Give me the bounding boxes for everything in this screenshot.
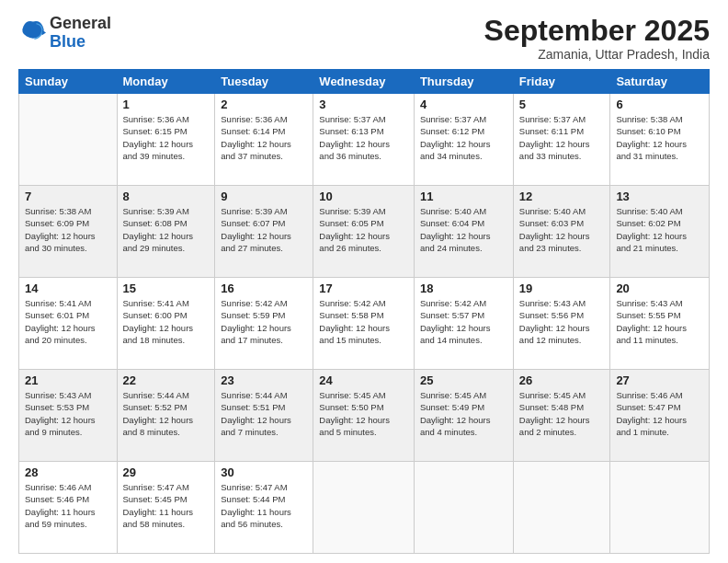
day-info: Sunrise: 5:37 AM Sunset: 6:13 PM Dayligh… bbox=[319, 113, 408, 162]
day-info: Sunrise: 5:36 AM Sunset: 6:15 PM Dayligh… bbox=[123, 113, 210, 162]
day-number: 6 bbox=[616, 98, 703, 111]
day-number: 18 bbox=[420, 282, 507, 295]
day-number: 25 bbox=[420, 373, 507, 387]
day-number: 7 bbox=[25, 190, 111, 203]
day-info: Sunrise: 5:42 AM Sunset: 5:59 PM Dayligh… bbox=[221, 297, 307, 346]
day-info: Sunrise: 5:36 AM Sunset: 6:14 PM Dayligh… bbox=[221, 113, 307, 162]
table-row: 30Sunrise: 5:47 AM Sunset: 5:44 PM Dayli… bbox=[215, 462, 313, 554]
day-number: 15 bbox=[123, 282, 210, 295]
day-info: Sunrise: 5:43 AM Sunset: 5:53 PM Dayligh… bbox=[25, 389, 111, 438]
table-row: 10Sunrise: 5:39 AM Sunset: 6:05 PM Dayli… bbox=[313, 186, 415, 278]
day-number: 28 bbox=[25, 465, 111, 479]
day-number: 12 bbox=[519, 190, 605, 203]
day-number: 29 bbox=[123, 465, 210, 479]
day-info: Sunrise: 5:39 AM Sunset: 6:05 PM Dayligh… bbox=[319, 205, 408, 254]
table-row: 16Sunrise: 5:42 AM Sunset: 5:59 PM Dayli… bbox=[215, 278, 313, 370]
day-info: Sunrise: 5:47 AM Sunset: 5:44 PM Dayligh… bbox=[221, 481, 307, 530]
logo: General Blue bbox=[18, 15, 111, 52]
day-number: 23 bbox=[221, 373, 307, 387]
table-row bbox=[513, 462, 610, 554]
day-info: Sunrise: 5:41 AM Sunset: 6:00 PM Dayligh… bbox=[123, 297, 210, 346]
table-row: 26Sunrise: 5:45 AM Sunset: 5:48 PM Dayli… bbox=[513, 370, 610, 462]
table-row: 7Sunrise: 5:38 AM Sunset: 6:09 PM Daylig… bbox=[19, 186, 118, 278]
day-info: Sunrise: 5:40 AM Sunset: 6:04 PM Dayligh… bbox=[420, 205, 507, 254]
day-info: Sunrise: 5:44 AM Sunset: 5:51 PM Dayligh… bbox=[221, 389, 307, 438]
table-row bbox=[414, 462, 513, 554]
table-row: 6Sunrise: 5:38 AM Sunset: 6:10 PM Daylig… bbox=[610, 94, 710, 186]
calendar-week-row: 7Sunrise: 5:38 AM Sunset: 6:09 PM Daylig… bbox=[19, 186, 710, 278]
table-row bbox=[19, 94, 118, 186]
title-section: September 2025 Zamania, Uttar Pradesh, I… bbox=[484, 15, 710, 62]
day-info: Sunrise: 5:42 AM Sunset: 5:58 PM Dayligh… bbox=[319, 297, 408, 346]
day-number: 24 bbox=[319, 373, 408, 387]
calendar-header-row: Sunday Monday Tuesday Wednesday Thursday… bbox=[19, 70, 710, 94]
day-number: 19 bbox=[519, 282, 605, 295]
table-row: 27Sunrise: 5:46 AM Sunset: 5:47 PM Dayli… bbox=[610, 370, 710, 462]
day-number: 17 bbox=[319, 282, 408, 295]
table-row: 4Sunrise: 5:37 AM Sunset: 6:12 PM Daylig… bbox=[414, 94, 513, 186]
table-row: 25Sunrise: 5:45 AM Sunset: 5:49 PM Dayli… bbox=[414, 370, 513, 462]
day-number: 16 bbox=[221, 282, 307, 295]
calendar-table: Sunday Monday Tuesday Wednesday Thursday… bbox=[18, 69, 710, 554]
day-info: Sunrise: 5:46 AM Sunset: 5:47 PM Dayligh… bbox=[616, 389, 703, 438]
day-info: Sunrise: 5:44 AM Sunset: 5:52 PM Dayligh… bbox=[123, 389, 210, 438]
col-thursday: Thursday bbox=[414, 70, 513, 94]
table-row: 29Sunrise: 5:47 AM Sunset: 5:45 PM Dayli… bbox=[117, 462, 215, 554]
day-info: Sunrise: 5:40 AM Sunset: 6:03 PM Dayligh… bbox=[519, 205, 605, 254]
day-info: Sunrise: 5:38 AM Sunset: 6:09 PM Dayligh… bbox=[25, 205, 111, 254]
day-info: Sunrise: 5:37 AM Sunset: 6:11 PM Dayligh… bbox=[519, 113, 605, 162]
calendar-week-row: 28Sunrise: 5:46 AM Sunset: 5:46 PM Dayli… bbox=[19, 462, 710, 554]
svg-marker-0 bbox=[42, 29, 46, 35]
day-number: 22 bbox=[123, 373, 210, 387]
col-sunday: Sunday bbox=[19, 70, 118, 94]
table-row: 14Sunrise: 5:41 AM Sunset: 6:01 PM Dayli… bbox=[19, 278, 118, 370]
calendar-week-row: 1Sunrise: 5:36 AM Sunset: 6:15 PM Daylig… bbox=[19, 94, 710, 186]
table-row: 18Sunrise: 5:42 AM Sunset: 5:57 PM Dayli… bbox=[414, 278, 513, 370]
day-number: 4 bbox=[420, 98, 507, 111]
day-number: 8 bbox=[123, 190, 210, 203]
page: General Blue September 2025 Zamania, Utt… bbox=[0, 0, 728, 563]
table-row: 20Sunrise: 5:43 AM Sunset: 5:55 PM Dayli… bbox=[610, 278, 710, 370]
day-number: 9 bbox=[221, 190, 307, 203]
day-number: 30 bbox=[221, 465, 307, 479]
day-number: 3 bbox=[319, 98, 408, 111]
col-wednesday: Wednesday bbox=[313, 70, 415, 94]
day-info: Sunrise: 5:40 AM Sunset: 6:02 PM Dayligh… bbox=[616, 205, 703, 254]
table-row: 24Sunrise: 5:45 AM Sunset: 5:50 PM Dayli… bbox=[313, 370, 415, 462]
day-info: Sunrise: 5:38 AM Sunset: 6:10 PM Dayligh… bbox=[616, 113, 703, 162]
col-friday: Friday bbox=[513, 70, 610, 94]
day-number: 2 bbox=[221, 98, 307, 111]
table-row: 2Sunrise: 5:36 AM Sunset: 6:14 PM Daylig… bbox=[215, 94, 313, 186]
table-row: 13Sunrise: 5:40 AM Sunset: 6:02 PM Dayli… bbox=[610, 186, 710, 278]
day-number: 21 bbox=[25, 373, 111, 387]
day-info: Sunrise: 5:41 AM Sunset: 6:01 PM Dayligh… bbox=[25, 297, 111, 346]
day-info: Sunrise: 5:39 AM Sunset: 6:08 PM Dayligh… bbox=[123, 205, 210, 254]
day-info: Sunrise: 5:43 AM Sunset: 5:56 PM Dayligh… bbox=[519, 297, 605, 346]
table-row: 1Sunrise: 5:36 AM Sunset: 6:15 PM Daylig… bbox=[117, 94, 215, 186]
logo-icon bbox=[20, 18, 46, 44]
table-row: 5Sunrise: 5:37 AM Sunset: 6:11 PM Daylig… bbox=[513, 94, 610, 186]
table-row: 19Sunrise: 5:43 AM Sunset: 5:56 PM Dayli… bbox=[513, 278, 610, 370]
col-saturday: Saturday bbox=[610, 70, 710, 94]
table-row: 22Sunrise: 5:44 AM Sunset: 5:52 PM Dayli… bbox=[117, 370, 215, 462]
table-row: 12Sunrise: 5:40 AM Sunset: 6:03 PM Dayli… bbox=[513, 186, 610, 278]
day-info: Sunrise: 5:39 AM Sunset: 6:07 PM Dayligh… bbox=[221, 205, 307, 254]
col-monday: Monday bbox=[117, 70, 215, 94]
table-row: 17Sunrise: 5:42 AM Sunset: 5:58 PM Dayli… bbox=[313, 278, 415, 370]
day-number: 26 bbox=[519, 373, 605, 387]
day-info: Sunrise: 5:37 AM Sunset: 6:12 PM Dayligh… bbox=[420, 113, 507, 162]
logo-text: General Blue bbox=[50, 15, 111, 52]
table-row: 28Sunrise: 5:46 AM Sunset: 5:46 PM Dayli… bbox=[19, 462, 118, 554]
day-number: 11 bbox=[420, 190, 507, 203]
header: General Blue September 2025 Zamania, Utt… bbox=[18, 15, 710, 62]
day-info: Sunrise: 5:45 AM Sunset: 5:49 PM Dayligh… bbox=[420, 389, 507, 438]
table-row: 8Sunrise: 5:39 AM Sunset: 6:08 PM Daylig… bbox=[117, 186, 215, 278]
table-row: 11Sunrise: 5:40 AM Sunset: 6:04 PM Dayli… bbox=[414, 186, 513, 278]
col-tuesday: Tuesday bbox=[215, 70, 313, 94]
table-row bbox=[610, 462, 710, 554]
table-row: 23Sunrise: 5:44 AM Sunset: 5:51 PM Dayli… bbox=[215, 370, 313, 462]
day-info: Sunrise: 5:46 AM Sunset: 5:46 PM Dayligh… bbox=[25, 481, 111, 530]
table-row: 15Sunrise: 5:41 AM Sunset: 6:00 PM Dayli… bbox=[117, 278, 215, 370]
calendar-week-row: 21Sunrise: 5:43 AM Sunset: 5:53 PM Dayli… bbox=[19, 370, 710, 462]
day-info: Sunrise: 5:42 AM Sunset: 5:57 PM Dayligh… bbox=[420, 297, 507, 346]
